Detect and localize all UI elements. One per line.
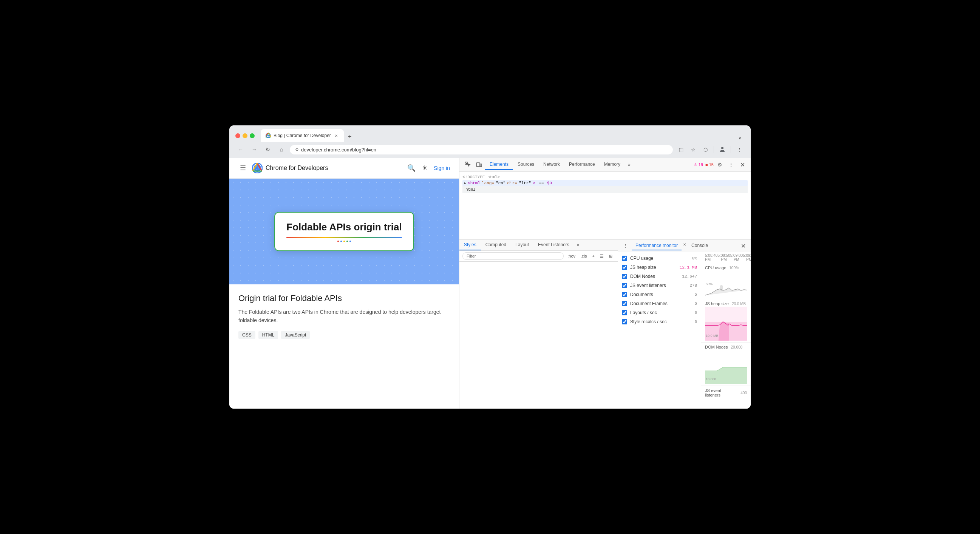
performance-monitor-tab-close[interactable]: ✕: [681, 241, 687, 247]
console-tab[interactable]: Console: [687, 241, 712, 250]
devtools-tabs-more-button[interactable]: »: [625, 161, 633, 169]
devtools-more-menu-button[interactable]: ⋮: [726, 159, 736, 170]
errors-badge[interactable]: ■ 15: [705, 162, 714, 167]
screenshot-button[interactable]: ⬚: [676, 144, 686, 155]
warnings-count: 19: [698, 162, 703, 167]
home-button[interactable]: ⌂: [276, 144, 287, 155]
metric-doc-frames-checkbox[interactable]: [622, 301, 627, 306]
styles-filter-input[interactable]: [463, 252, 564, 260]
forward-button[interactable]: →: [249, 144, 259, 155]
active-tab[interactable]: Blog | Chrome for Developer ✕: [261, 129, 344, 142]
article-description: The Foldable APIs are two APIs in Chrome…: [239, 308, 450, 325]
chart-cpu-label-row: CPU usage 100%: [701, 265, 751, 271]
hov-button[interactable]: :hov: [565, 253, 578, 259]
hero-card-inner: Foldable APIs origin trial: [274, 212, 414, 251]
warning-triangle-icon: ⚠: [694, 162, 697, 167]
chart-cpu-usage: CPU usage 100% 50%: [701, 263, 751, 299]
html-dir-attr: dir=: [507, 181, 517, 186]
chart-js-listeners-canvas: 200: [705, 398, 747, 408]
tag-html[interactable]: HTML: [258, 331, 278, 339]
error-square-icon: ■: [705, 162, 708, 167]
metric-cpu-usage: CPU usage 0%: [618, 254, 701, 263]
add-style-button[interactable]: +: [590, 253, 597, 259]
styles-tabs-more-button[interactable]: »: [574, 240, 582, 250]
chart-cpu-50: 50%: [706, 282, 713, 286]
metric-dom-nodes-checkbox[interactable]: [622, 274, 627, 279]
metric-layouts-checkbox[interactable]: [622, 310, 627, 315]
new-tab-button[interactable]: +: [345, 132, 355, 142]
browser-window: Blog | Chrome for Developer ✕ + ∨ ← → ↻ …: [229, 126, 751, 408]
menu-button[interactable]: ⋮: [734, 144, 745, 155]
tag-javascript[interactable]: JavaScript: [281, 331, 310, 339]
sign-in-button[interactable]: Sign in: [434, 165, 450, 171]
metric-js-listeners-checkbox[interactable]: [622, 283, 627, 288]
performance-monitor-panel: ⋮ Performance monitor ✕ Console ✕: [618, 240, 751, 408]
tab-memory[interactable]: Memory: [600, 159, 625, 170]
inspect-element-button[interactable]: [463, 159, 473, 170]
styles-tab-styles[interactable]: Styles: [460, 240, 481, 250]
reload-button[interactable]: ↻: [262, 144, 273, 155]
tab-elements[interactable]: Elements: [485, 159, 513, 170]
styles-tab-event-listeners[interactable]: Event Listeners: [533, 240, 574, 250]
svg-point-3: [721, 147, 724, 149]
site-header-actions: 🔍 ☀ Sign in: [407, 164, 450, 172]
expand-arrow-icon: ▶: [464, 181, 466, 186]
tab-bar: Blog | Chrome for Developer ✕ + ∨: [261, 129, 745, 142]
chart-js-heap-canvas: 10.0 MB: [705, 307, 747, 341]
cls-button[interactable]: .cls: [578, 253, 589, 259]
time-label-3: 5:09:00 PM: [730, 253, 743, 262]
dollar-zero-label: $0: [547, 181, 552, 186]
html-tag-close: >: [533, 181, 535, 186]
element-state-button[interactable]: ☰: [598, 253, 606, 259]
tab-network[interactable]: Network: [539, 159, 565, 170]
metric-cpu-checkbox[interactable]: [622, 256, 627, 261]
tag-css[interactable]: CSS: [239, 331, 255, 339]
chart-dom-nodes-label: DOM Nodes: [705, 345, 728, 349]
metric-style-recalcs-checkbox[interactable]: [622, 319, 627, 324]
time-axis: 5:08:40 PM 5:08:50 PM 5:09:00 PM 5:09:10…: [701, 252, 751, 263]
close-window-button[interactable]: [235, 134, 240, 138]
html-dir-val: "ltr": [519, 181, 531, 186]
styles-tab-layout[interactable]: Layout: [511, 240, 533, 250]
hamburger-menu-button[interactable]: ☰: [239, 162, 247, 174]
styles-tab-computed[interactable]: Computed: [481, 240, 511, 250]
dot-blue2: [350, 240, 351, 242]
back-button[interactable]: ←: [235, 144, 246, 155]
chrome-logo-icon: [252, 163, 262, 173]
performance-panel-close-button[interactable]: ✕: [738, 241, 748, 250]
site-logo: Chrome for Developers: [252, 163, 328, 173]
address-bar[interactable]: ⚙ developer.chrome.com/blog?hl=en: [290, 145, 673, 154]
html-selected-line[interactable]: ▶ <html lang="en" dir="ltr" > == $0: [463, 180, 748, 186]
chart-js-listeners-400: 400: [740, 391, 747, 395]
performance-monitor-tab[interactable]: Performance monitor: [632, 241, 681, 250]
site-search-button[interactable]: 🔍: [407, 164, 415, 172]
theme-toggle-button[interactable]: ☀: [422, 164, 428, 172]
metric-layouts-value: 0: [694, 310, 697, 315]
perf-menu-button[interactable]: ⋮: [621, 241, 630, 250]
google-account-button[interactable]: [717, 144, 728, 155]
bookmark-button[interactable]: ☆: [688, 144, 698, 155]
metric-cpu-name: CPU usage: [630, 256, 689, 261]
chart-js-heap-10mb: 10.0 MB: [706, 334, 719, 338]
tab-expand-button[interactable]: ∨: [735, 134, 745, 142]
hero-card: Foldable APIs origin trial: [229, 179, 459, 284]
warnings-badge[interactable]: ⚠ 19: [694, 162, 703, 167]
metric-dom-nodes-value: 12,647: [682, 274, 697, 279]
tab-sources[interactable]: Sources: [513, 159, 539, 170]
devtools-settings-button[interactable]: ⚙: [714, 159, 725, 170]
chart-js-heap-label-row: JS heap size 20.0 MB: [701, 300, 751, 307]
metric-documents-checkbox[interactable]: [622, 292, 627, 297]
blog-area: Foldable APIs origin trial: [229, 179, 459, 348]
minimize-window-button[interactable]: [243, 134, 247, 138]
box-model-button[interactable]: ⊞: [607, 253, 615, 259]
svg-marker-14: [705, 367, 747, 384]
maximize-window-button[interactable]: [250, 134, 255, 138]
tab-close-button[interactable]: ✕: [333, 133, 339, 138]
extensions-button[interactable]: ⬡: [700, 144, 711, 155]
devtools-close-button[interactable]: ✕: [737, 159, 748, 170]
tab-performance[interactable]: Performance: [565, 159, 600, 170]
metric-js-listeners: JS event listeners 278: [618, 281, 701, 290]
device-emulation-button[interactable]: [474, 159, 484, 170]
metric-js-heap-checkbox[interactable]: [622, 265, 627, 270]
chart-js-heap-label: JS heap size: [705, 301, 729, 306]
